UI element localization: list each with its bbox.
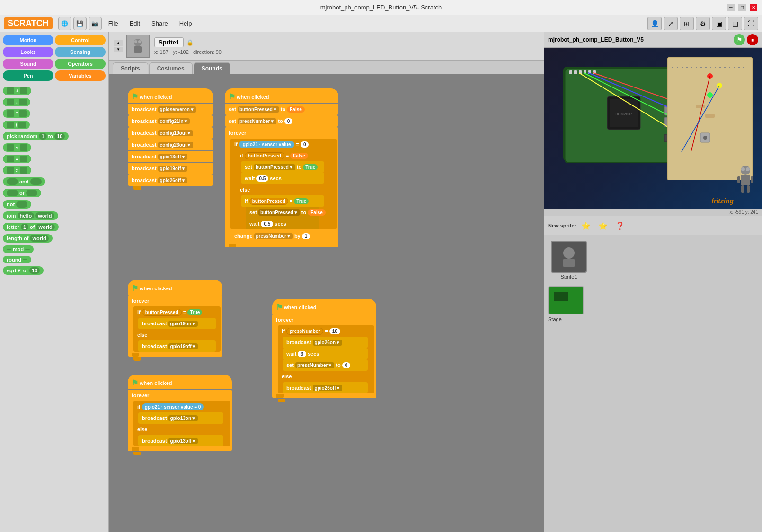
- when-clicked-hat-3[interactable]: ⚑ when clicked: [128, 280, 222, 295]
- tab-scripts[interactable]: Scripts: [113, 62, 148, 74]
- op-eq[interactable]: =: [3, 155, 31, 163]
- cat-sensing[interactable]: Sensing: [55, 47, 106, 57]
- op-mul[interactable]: *: [3, 109, 30, 118]
- broadcast-gpio19off[interactable]: broadcast gpio19off▼: [128, 163, 213, 174]
- set-pressnumber-0[interactable]: set pressNumber▼ to 0: [225, 115, 338, 127]
- paint-sprite-btn[interactable]: ⭐: [579, 219, 593, 232]
- or-block[interactable]: or: [3, 189, 41, 197]
- file-menu[interactable]: File: [104, 18, 123, 29]
- block-categories: Motion Control Looks Sensing Sound Opera…: [0, 32, 108, 84]
- random-sprite-btn[interactable]: ❓: [613, 219, 627, 232]
- cat-operators[interactable]: Operators: [55, 59, 106, 69]
- op-add[interactable]: +: [3, 87, 31, 95]
- stage-item[interactable]: Stage: [548, 286, 758, 322]
- forever-header-4[interactable]: forever: [128, 390, 232, 401]
- layout1-icon[interactable]: ▣: [712, 17, 726, 30]
- cat-motion[interactable]: Motion: [3, 35, 53, 45]
- if-bp-true[interactable]: if buttonPressed = True: [241, 195, 324, 207]
- broadcast-config19out[interactable]: broadcast config19out▼: [128, 127, 213, 139]
- when-clicked-hat-1[interactable]: ⚑ when clicked: [128, 88, 213, 103]
- join-block[interactable]: join hello world: [3, 211, 58, 220]
- broadcast-gpio26off[interactable]: broadcast gpio26off▼: [128, 174, 213, 186]
- layout2-icon[interactable]: ▤: [728, 17, 742, 30]
- else-label-5: else: [278, 371, 372, 382]
- svg-point-40: [707, 92, 713, 98]
- set-bp-true[interactable]: set buttonPressed▼ to True: [241, 161, 324, 173]
- if-gpio21-header[interactable]: if gpio21 · sensor value = 0: [230, 139, 335, 150]
- broadcast-config21in[interactable]: broadcast config21in▼: [128, 115, 213, 127]
- nav-down[interactable]: ▼: [114, 47, 123, 52]
- broadcast-gpio26off-5[interactable]: broadcast gpio26off▼: [283, 382, 368, 393]
- forever-bump-4: [132, 447, 139, 451]
- if-bp-false-header[interactable]: if buttonPressed = False: [236, 150, 329, 161]
- letter-block[interactable]: letter 1 of world: [3, 223, 59, 231]
- set-pn-0[interactable]: set pressNumber▼ to 0: [283, 359, 368, 371]
- op-div[interactable]: /: [3, 121, 30, 129]
- broadcast-gpio13on[interactable]: broadcast gpio13on▼: [138, 412, 223, 424]
- script-canvas[interactable]: ⚑ when clicked broadcast gpioserveron▼ b…: [109, 74, 544, 532]
- set-bp-false[interactable]: set buttonPressed▼ to False: [246, 207, 319, 218]
- upload-sprite-btn[interactable]: ⭐: [596, 219, 610, 232]
- nav-up[interactable]: ▲: [114, 40, 123, 46]
- save-icon[interactable]: 💾: [73, 17, 87, 30]
- if-pn-header-5[interactable]: if pressNumber = 10: [278, 325, 372, 337]
- green-flag-button[interactable]: ⚑: [734, 34, 745, 45]
- cat-control[interactable]: Control: [55, 35, 106, 45]
- fullscreen-icon[interactable]: ⛶: [744, 17, 758, 30]
- wait-0.5-secs-2[interactable]: wait 0.5 secs: [246, 218, 319, 229]
- round-block[interactable]: round: [3, 256, 31, 263]
- svg-rect-25: [686, 67, 688, 68]
- globe-icon[interactable]: 🌐: [58, 17, 71, 30]
- broadcast-gpio13off[interactable]: broadcast gpio13off▼: [128, 151, 213, 162]
- wait-0.5-secs-1[interactable]: wait 0.5 secs: [241, 173, 324, 184]
- forever-header-5[interactable]: forever: [272, 314, 376, 325]
- sqrt-block[interactable]: sqrt▼ of 10: [3, 266, 44, 275]
- script-group-2: ⚑ when clicked set buttonPressed▼ to Fal…: [225, 88, 338, 247]
- pick-random-block[interactable]: pick random 1 to 10: [3, 132, 69, 140]
- forever-header-3[interactable]: forever: [128, 295, 222, 306]
- if-gpio21-4: if gpio21 · sensor value = 0 broadcast g…: [133, 401, 230, 446]
- edit-menu[interactable]: Edit: [125, 18, 145, 29]
- if-bp-header-3[interactable]: if buttonPressed = True: [133, 306, 219, 318]
- person-icon[interactable]: 👤: [647, 17, 662, 30]
- if-gpio21-header-4[interactable]: if gpio21 · sensor value = 0: [133, 401, 228, 412]
- length-block[interactable]: length of world: [3, 234, 53, 243]
- cat-looks[interactable]: Looks: [3, 47, 53, 57]
- cat-pen[interactable]: Pen: [3, 70, 53, 81]
- broadcast-gpio19off-3[interactable]: broadcast gpio19off▼: [138, 340, 216, 352]
- sprite-item-sprite1[interactable]: Sprite1: [550, 241, 588, 279]
- op-gt[interactable]: >: [3, 166, 31, 174]
- not-block[interactable]: not: [3, 200, 31, 209]
- mod-block[interactable]: mod: [3, 245, 34, 253]
- window-controls[interactable]: ─ □ ✕: [727, 4, 757, 11]
- maximize-button[interactable]: □: [738, 4, 746, 11]
- when-clicked-hat-4[interactable]: ⚑ when clicked: [128, 375, 232, 389]
- forever-header-2[interactable]: forever: [225, 127, 338, 139]
- cat-variables[interactable]: Variables: [55, 70, 106, 81]
- tab-sounds[interactable]: Sounds: [194, 62, 230, 74]
- close-button[interactable]: ✕: [750, 4, 757, 11]
- broadcast-gpioserveron[interactable]: broadcast gpioserveron▼: [128, 104, 213, 115]
- share-menu[interactable]: Share: [147, 18, 173, 29]
- broadcast-gpio19on[interactable]: broadcast gpio19on▼: [138, 318, 216, 329]
- broadcast-gpio26on[interactable]: broadcast gpio26on▼: [283, 337, 368, 348]
- wait-3-secs[interactable]: wait 3 secs: [283, 348, 368, 359]
- broadcast-config26out[interactable]: broadcast config26out▼: [128, 139, 213, 150]
- cat-sound[interactable]: Sound: [3, 59, 53, 69]
- broadcast-gpio13off-4[interactable]: broadcast gpio13off▼: [138, 435, 223, 446]
- settings-icon[interactable]: ⚙: [696, 17, 710, 30]
- expand-icon[interactable]: ⤢: [664, 17, 678, 30]
- help-menu[interactable]: Help: [175, 18, 197, 29]
- and-block[interactable]: and: [3, 177, 45, 186]
- op-lt[interactable]: <: [3, 143, 31, 152]
- photo-icon[interactable]: 📷: [89, 17, 102, 30]
- minimize-button[interactable]: ─: [727, 4, 735, 11]
- red-stop-button[interactable]: ■: [747, 34, 758, 45]
- when-clicked-hat-5[interactable]: ⚑ when clicked: [272, 299, 376, 314]
- when-clicked-hat-2[interactable]: ⚑ when clicked: [225, 88, 338, 103]
- grid-icon[interactable]: ⊞: [680, 17, 694, 30]
- op-sub[interactable]: -: [3, 98, 30, 106]
- change-pn-1[interactable]: change pressNumber▼ by 1: [230, 230, 333, 242]
- set-buttonpressed-false[interactable]: set buttonPressed▼ to False: [225, 104, 338, 115]
- tab-costumes[interactable]: Costumes: [149, 62, 193, 74]
